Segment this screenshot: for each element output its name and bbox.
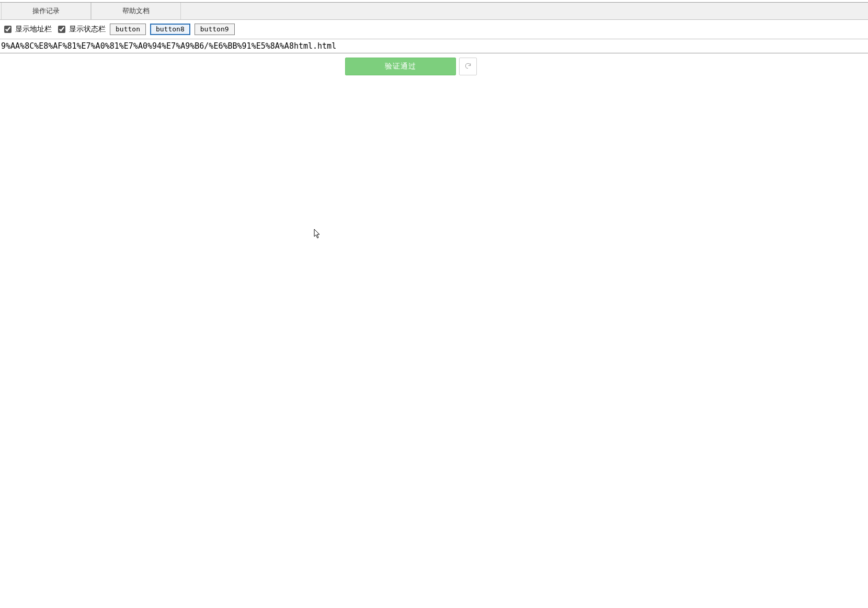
tab-label: 帮助文档 <box>122 6 150 16</box>
button9[interactable]: button9 <box>195 24 235 35</box>
refresh-button[interactable] <box>459 58 477 75</box>
show-address-checkbox[interactable] <box>4 26 12 33</box>
slider-verify-widget: 验证通过 <box>345 58 477 75</box>
refresh-icon <box>464 62 472 71</box>
verify-success-pill[interactable]: 验证通过 <box>345 58 456 75</box>
tab-help-doc[interactable]: 帮助文档 <box>91 3 181 19</box>
show-status-checkbox[interactable] <box>58 26 65 33</box>
tab-strip: 操作记录 帮助文档 <box>0 3 868 20</box>
address-input[interactable] <box>0 40 868 52</box>
address-bar <box>0 39 868 53</box>
tab-label: 操作记录 <box>32 6 60 16</box>
show-status-label: 显示状态栏 <box>69 25 106 34</box>
mouse-cursor-icon <box>314 229 321 239</box>
button8[interactable]: button8 <box>150 24 190 35</box>
show-address-checkbox-wrap[interactable]: 显示地址栏 <box>2 24 52 35</box>
verify-success-label: 验证通过 <box>385 62 416 71</box>
content-area: 验证通过 <box>0 53 868 608</box>
button-generic[interactable]: button <box>110 24 146 35</box>
tab-operation-log[interactable]: 操作记录 <box>1 3 91 19</box>
show-status-checkbox-wrap[interactable]: 显示状态栏 <box>56 24 106 35</box>
toolbar: 显示地址栏 显示状态栏 button button8 button9 <box>0 20 868 39</box>
show-address-label: 显示地址栏 <box>15 25 52 34</box>
